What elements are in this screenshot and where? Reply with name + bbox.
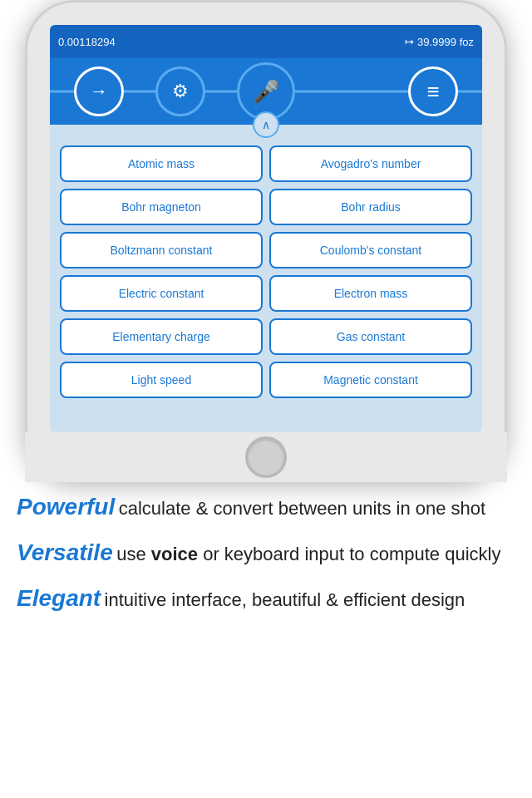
constant-electron-mass[interactable]: Electron mass (269, 275, 472, 312)
gear-button[interactable]: ⚙ (155, 66, 205, 116)
elegant-desc: intuitive interface, beautiful & efficie… (105, 589, 466, 610)
arrow-icon: → (90, 81, 108, 102)
phone-frame: 0.00118294 ↦ 39.9999 foz → ⚙ 🎤 ≡ ∧ (25, 0, 507, 482)
constant-gas[interactable]: Gas constant (269, 318, 472, 355)
mic-icon: 🎤 (253, 79, 279, 105)
arrow-button[interactable]: → (74, 66, 124, 116)
constant-magnetic[interactable]: Magnetic constant (269, 362, 472, 398)
constants-grid: Atomic mass Avogadro's number Bohr magne… (50, 125, 482, 406)
feature-versatile: Versatile use voice or keyboard input to… (17, 536, 515, 569)
toolbar: → ⚙ 🎤 ≡ ∧ (50, 58, 482, 125)
constant-bohr-magneton[interactable]: Bohr magneton (60, 189, 263, 225)
feature-elegant: Elegant intuitive interface, beautiful &… (17, 582, 515, 614)
constant-bohr-radius[interactable]: Bohr radius (269, 189, 472, 225)
menu-button[interactable]: ≡ (408, 66, 458, 116)
chevron-button[interactable]: ∧ (253, 111, 279, 138)
top-bar: 0.00118294 ↦ 39.9999 foz (50, 25, 482, 58)
phone-bottom (25, 432, 507, 482)
value-right: ↦ 39.9999 foz (405, 36, 474, 48)
features-section: Powerful calculate & convert between uni… (17, 490, 515, 628)
phone-screen: 0.00118294 ↦ 39.9999 foz → ⚙ 🎤 ≡ ∧ (50, 25, 482, 432)
constant-elementary-charge[interactable]: Elementary charge (60, 318, 263, 355)
constant-light-speed[interactable]: Light speed (60, 362, 263, 398)
feature-powerful: Powerful calculate & convert between uni… (17, 490, 515, 523)
constant-electric[interactable]: Electric constant (60, 275, 263, 312)
elegant-keyword: Elegant (17, 585, 101, 611)
gear-icon: ⚙ (172, 81, 189, 102)
chevron-up-icon: ∧ (262, 118, 270, 131)
versatile-desc: use voice or keyboard input to compute q… (116, 544, 500, 564)
constant-atomic-mass[interactable]: Atomic mass (60, 145, 263, 182)
value-left: 0.00118294 (58, 36, 116, 48)
versatile-keyword: Versatile (17, 539, 113, 565)
powerful-keyword: Powerful (17, 494, 115, 520)
constant-boltzmann[interactable]: Boltzmann constant (60, 232, 263, 268)
menu-icon: ≡ (426, 79, 439, 105)
constant-coulomb[interactable]: Coulomb's constant (269, 232, 472, 268)
powerful-desc: calculate & convert between units in one… (119, 498, 486, 519)
home-button[interactable] (245, 436, 287, 478)
constant-avogadro[interactable]: Avogadro's number (269, 145, 472, 182)
voice-bold: voice (151, 544, 198, 564)
